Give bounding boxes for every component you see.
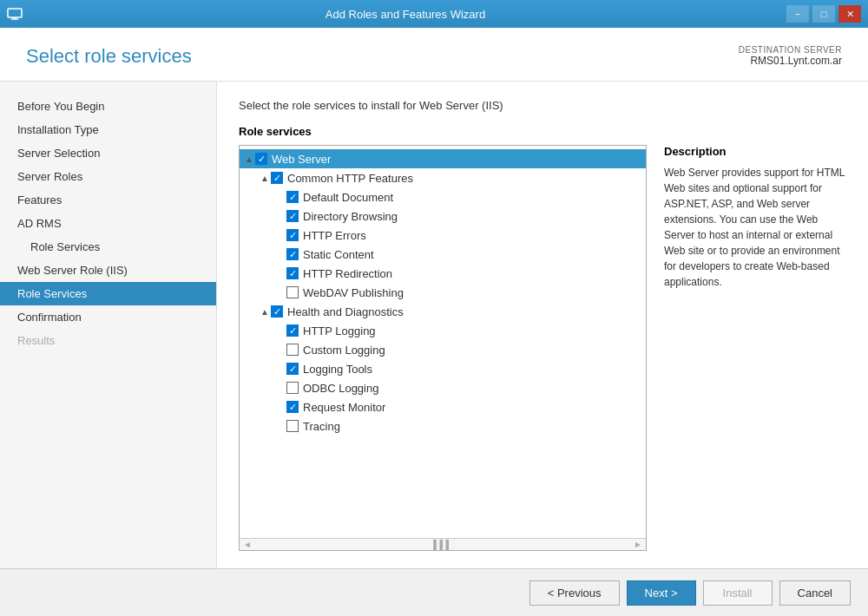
- next-button[interactable]: Next >: [627, 580, 696, 606]
- tree-scroll-area[interactable]: ▲✓Web Server▲✓Common HTTP Features✓Defau…: [240, 146, 646, 538]
- tree-checkbox[interactable]: ✓: [286, 401, 299, 413]
- nav-item-before-you-begin[interactable]: Before You Begin: [0, 95, 216, 118]
- description-text: Web Server provides support for HTML Web…: [664, 165, 846, 290]
- wizard-body: Before You BeginInstallation TypeServer …: [0, 82, 868, 568]
- title-bar: Add Roles and Features Wizard − □ ✕: [0, 0, 868, 28]
- tree-item-label: HTTP Redirection: [303, 267, 392, 280]
- tree-item-3[interactable]: ✓Directory Browsing: [240, 206, 646, 226]
- tree-checkbox[interactable]: ✓: [286, 210, 299, 222]
- tree-item-11[interactable]: ✓Logging Tools: [240, 359, 646, 378]
- app-icon: [7, 5, 24, 23]
- tree-item-5[interactable]: ✓Static Content: [240, 245, 646, 264]
- restore-button[interactable]: □: [812, 5, 835, 23]
- destination-server: DESTINATION SERVER RMS01.Lynt.com.ar: [739, 45, 842, 67]
- wizard-nav: Before You BeginInstallation TypeServer …: [0, 82, 217, 568]
- nav-item-confirmation[interactable]: Confirmation: [0, 305, 216, 329]
- destination-value: RMS01.Lynt.com.ar: [739, 55, 842, 67]
- tree-item-7[interactable]: WebDAV Publishing: [240, 283, 646, 302]
- tree-item-12[interactable]: ODBC Logging: [240, 378, 646, 397]
- description-panel: Description Web Server provides support …: [664, 145, 846, 551]
- cancel-button[interactable]: Cancel: [779, 580, 851, 606]
- nav-item-server-roles[interactable]: Server Roles: [0, 165, 216, 188]
- tree-item-2[interactable]: ✓Default Document: [240, 187, 646, 206]
- nav-item-results: Results: [0, 329, 216, 352]
- nav-item-web-server-role-(iis)[interactable]: Web Server Role (IIS): [0, 259, 216, 282]
- tree-item-label: Default Document: [303, 191, 393, 204]
- tree-checkbox[interactable]: [286, 286, 299, 298]
- tree-checkbox[interactable]: ✓: [271, 172, 283, 184]
- nav-item-installation-type[interactable]: Installation Type: [0, 118, 216, 141]
- tree-checkbox[interactable]: ✓: [286, 267, 299, 279]
- window-title: Add Roles and Features Wizard: [24, 8, 786, 21]
- previous-button[interactable]: < Previous: [529, 580, 620, 606]
- tree-checkbox[interactable]: ✓: [286, 248, 299, 260]
- nav-item-role-services[interactable]: Role Services: [0, 282, 216, 305]
- tree-item-14[interactable]: Tracing: [240, 416, 646, 436]
- tree-item-4[interactable]: ✓HTTP Errors: [240, 226, 646, 245]
- tree-checkbox[interactable]: [286, 382, 299, 394]
- content-subtitle: Select the role services to install for …: [239, 99, 846, 112]
- expand-icon[interactable]: ▲: [259, 307, 271, 317]
- tree-item-label: Health and Diagnostics: [287, 305, 404, 318]
- expand-icon[interactable]: ▲: [259, 174, 271, 183]
- tree-item-10[interactable]: Custom Logging: [240, 340, 646, 359]
- tree-checkbox[interactable]: ✓: [255, 153, 267, 165]
- tree-item-label: HTTP Errors: [303, 229, 366, 242]
- tree-checkbox[interactable]: [286, 420, 299, 432]
- wizard-content: Select the role services to install for …: [217, 82, 868, 568]
- page-title: Select role services: [26, 45, 192, 68]
- nav-item-role-services[interactable]: Role Services: [0, 235, 216, 259]
- tree-item-label: Logging Tools: [303, 363, 372, 376]
- role-services-panel: ▲✓Web Server▲✓Common HTTP Features✓Defau…: [239, 145, 647, 551]
- window-controls: − □ ✕: [786, 5, 861, 23]
- wizard-header: Select role services DESTINATION SERVER …: [0, 28, 868, 82]
- tree-item-0[interactable]: ▲✓Web Server: [240, 149, 646, 168]
- tree-item-label: HTTP Logging: [303, 324, 376, 337]
- expand-icon[interactable]: ▲: [243, 154, 255, 164]
- nav-item-ad-rms[interactable]: AD RMS: [0, 212, 216, 235]
- tree-item-label: ODBC Logging: [303, 382, 378, 395]
- tree-checkbox[interactable]: ✓: [286, 191, 299, 203]
- svg-rect-0: [8, 9, 22, 17]
- tree-checkbox[interactable]: ✓: [271, 305, 283, 318]
- tree-item-1[interactable]: ▲✓Common HTTP Features: [240, 168, 646, 187]
- wizard-footer: < Previous Next > Install Cancel: [0, 568, 868, 616]
- tree-item-label: Web Server: [272, 153, 331, 166]
- tree-item-label: Directory Browsing: [303, 210, 398, 223]
- tree-item-label: Request Monitor: [303, 401, 385, 414]
- content-columns: ▲✓Web Server▲✓Common HTTP Features✓Defau…: [239, 145, 846, 551]
- tree-checkbox[interactable]: ✓: [286, 229, 299, 241]
- tree-item-9[interactable]: ✓HTTP Logging: [240, 321, 646, 340]
- tree-item-label: WebDAV Publishing: [303, 286, 404, 299]
- tree-item-6[interactable]: ✓HTTP Redirection: [240, 264, 646, 283]
- tree-item-label: Static Content: [303, 248, 374, 261]
- role-services-label: Role services: [239, 125, 846, 138]
- tree-item-label: Custom Logging: [303, 344, 385, 357]
- tree-checkbox[interactable]: [286, 344, 299, 356]
- tree-item-label: Tracing: [303, 420, 340, 433]
- description-title: Description: [664, 145, 846, 158]
- close-button[interactable]: ✕: [838, 5, 861, 23]
- tree-checkbox[interactable]: ✓: [286, 363, 299, 375]
- wizard-container: Select role services DESTINATION SERVER …: [0, 28, 868, 616]
- minimize-button[interactable]: −: [786, 5, 809, 23]
- tree-item-13[interactable]: ✓Request Monitor: [240, 397, 646, 416]
- tree-item-label: Common HTTP Features: [287, 172, 413, 185]
- nav-item-features[interactable]: Features: [0, 188, 216, 212]
- nav-item-server-selection[interactable]: Server Selection: [0, 141, 216, 165]
- destination-label: DESTINATION SERVER: [739, 45, 842, 55]
- tree-checkbox[interactable]: ✓: [286, 324, 299, 337]
- tree-item-8[interactable]: ▲✓Health and Diagnostics: [240, 302, 646, 321]
- install-button[interactable]: Install: [703, 580, 773, 606]
- scrollbar-bottom[interactable]: ◄ ▌▌▌ ►: [240, 538, 646, 550]
